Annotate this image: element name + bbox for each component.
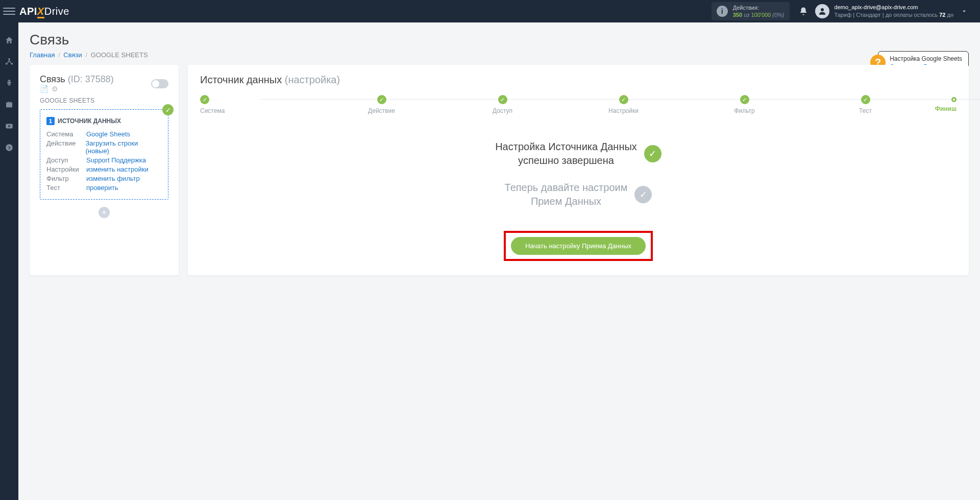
- step[interactable]: ✓Система: [200, 95, 321, 114]
- svg-point-2: [6, 63, 8, 65]
- source-row: ДействиеЗагрузить строки (новые): [46, 139, 162, 155]
- source-row: Настройкиизменить настройки: [46, 165, 162, 173]
- info-icon: i: [717, 6, 728, 17]
- wizard-panel: Источник данных (настройка) ✓Система✓Дей…: [188, 65, 969, 275]
- notifications-icon[interactable]: [799, 7, 808, 16]
- user-info[interactable]: demo_apix-drive@apix-drive.com Тариф | С…: [835, 4, 953, 19]
- status-next: Теперь давайте настроимПрием Данных ✓: [505, 181, 652, 208]
- step[interactable]: ✓Доступ: [442, 95, 563, 114]
- breadcrumb: Главная / Связи / GOOGLE SHEETS: [30, 51, 969, 59]
- add-destination-button[interactable]: +: [99, 207, 110, 218]
- sidebar: ?: [0, 22, 18, 500]
- video-icon[interactable]: [5, 122, 14, 131]
- source-row-link[interactable]: изменить настройки: [86, 165, 149, 173]
- home-icon[interactable]: [5, 36, 14, 45]
- step[interactable]: Финиш: [926, 97, 957, 112]
- svg-point-1: [8, 58, 10, 60]
- svg-text:?: ?: [8, 145, 11, 151]
- breadcrumb-current: GOOGLE SHEETS: [91, 51, 148, 59]
- status-complete: Настройка Источника Данныхуспешно заверш…: [495, 140, 662, 168]
- chevron-down-icon[interactable]: [961, 8, 968, 15]
- breadcrumb-links[interactable]: Связи: [63, 51, 82, 59]
- start-destination-setup-button[interactable]: Начать настройку Приема Данных: [511, 237, 646, 255]
- connections-icon[interactable]: [5, 57, 14, 66]
- source-row: ДоступSupport Поддержка: [46, 156, 162, 164]
- actions-label: Действия:: [733, 4, 785, 11]
- wizard-title: Источник данных (настройка): [200, 74, 957, 86]
- copy-icon[interactable]: 📄: [40, 85, 48, 93]
- check-icon: ✓: [162, 104, 174, 115]
- logo[interactable]: APIXDrive: [19, 6, 69, 17]
- source-card[interactable]: ✓ 1ИСТОЧНИК ДАННЫХ СистемаGoogle SheetsД…: [40, 109, 168, 200]
- source-row-link[interactable]: Google Sheets: [86, 130, 130, 138]
- step[interactable]: ✓Тест: [805, 95, 926, 114]
- source-row-link[interactable]: изменить фильтр: [86, 175, 140, 182]
- user-avatar[interactable]: [815, 4, 829, 18]
- breadcrumb-home[interactable]: Главная: [30, 51, 55, 59]
- billing-icon[interactable]: [5, 79, 14, 88]
- check-icon: ✓: [644, 145, 662, 162]
- gear-icon[interactable]: ⚙: [52, 85, 58, 93]
- help-icon[interactable]: ?: [5, 143, 14, 152]
- svg-point-3: [11, 63, 13, 65]
- step[interactable]: ✓Действие: [321, 95, 442, 114]
- source-row-link[interactable]: проверить: [86, 184, 118, 192]
- briefcase-icon[interactable]: [5, 100, 14, 109]
- connection-toggle[interactable]: [151, 79, 168, 88]
- stepper: ✓Система✓Действие✓Доступ✓Настройки✓Фильт…: [200, 95, 957, 114]
- source-row: Тестпроверить: [46, 184, 162, 192]
- connection-subtitle: GOOGLE SHEETS: [40, 97, 168, 104]
- topbar: APIXDrive i Действия: 350 из 100'000 (0%…: [0, 0, 980, 22]
- check-icon: ✓: [634, 186, 652, 203]
- source-row: Фильтризменить фильтр: [46, 175, 162, 182]
- connection-panel: Связь (ID: 37588) 📄 ⚙ GOOGLE SHEETS ✓ 1И…: [30, 65, 179, 275]
- source-row-link[interactable]: Support Поддержка: [86, 156, 146, 164]
- source-row: СистемаGoogle Sheets: [46, 130, 162, 138]
- source-row-link[interactable]: Загрузить строки (новые): [85, 139, 162, 155]
- step[interactable]: ✓Фильтр: [684, 95, 805, 114]
- page-title: Связь: [30, 32, 969, 48]
- cta-highlight: Начать настройку Приема Данных: [504, 231, 653, 261]
- svg-point-0: [821, 8, 824, 11]
- actions-counter[interactable]: i Действия: 350 из 100'000 (0%): [712, 2, 790, 21]
- step[interactable]: ✓Настройки: [563, 95, 684, 114]
- menu-toggle[interactable]: [3, 5, 15, 17]
